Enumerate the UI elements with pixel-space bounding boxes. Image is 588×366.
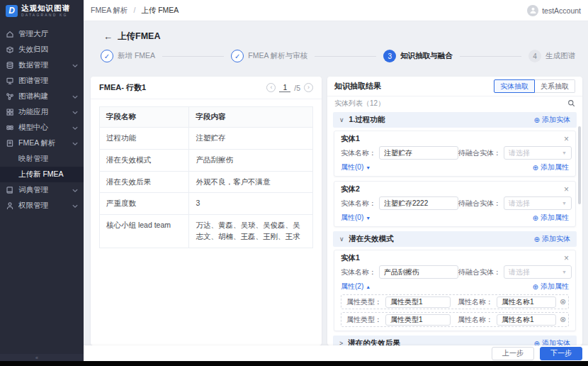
attr-name-input[interactable] bbox=[497, 296, 556, 308]
app-logo[interactable]: D 达观知识图谱 DATAGRAND KG bbox=[0, 0, 84, 21]
next-step-button[interactable]: 下一步 bbox=[540, 347, 582, 360]
table-row: 过程功能 注塑贮存 bbox=[100, 128, 313, 150]
prev-step-button[interactable]: 上一步 bbox=[492, 347, 534, 360]
chevron-down-icon: ∨ bbox=[339, 235, 344, 243]
sidebar-item-upload-new-fmea[interactable]: 上传新 FMEA bbox=[0, 167, 84, 182]
wizard-stepper: ✓ 新增 FMEA ✓ FMEA 解析与审核 3 知识抽取与融合 4 生成图谱 bbox=[84, 43, 588, 62]
entity-name-input[interactable] bbox=[379, 265, 458, 279]
step-connector bbox=[162, 56, 224, 57]
wizard-footer: 上一步 下一步 bbox=[84, 345, 588, 361]
merge-entity-select[interactable]: 请选择 ▼ bbox=[504, 146, 572, 160]
collapse-icon: « bbox=[35, 355, 38, 360]
sidebar-item-dict-management[interactable]: 词典管理 bbox=[0, 182, 84, 198]
sidebar-collapse-button[interactable]: « bbox=[0, 354, 84, 361]
close-icon[interactable]: × bbox=[564, 255, 569, 262]
section-failure-effect[interactable]: > 潜在的失效后果 ⊕ 添加实体 bbox=[333, 336, 577, 345]
model-icon bbox=[6, 123, 14, 132]
attr-name-input[interactable] bbox=[497, 314, 556, 326]
sidebar-item-graph-management[interactable]: 图谱管理 bbox=[0, 73, 84, 89]
entity-list-count: 实体列表（12） bbox=[334, 99, 385, 109]
back-arrow-icon[interactable]: ← bbox=[103, 31, 113, 42]
graph-icon bbox=[6, 92, 14, 101]
step-4-number: 4 bbox=[528, 50, 541, 62]
add-entity-button[interactable]: ⊕ 添加实体 bbox=[534, 234, 570, 244]
table-row: 严重度数 3 bbox=[100, 193, 313, 215]
step-2-check-icon: ✓ bbox=[231, 50, 244, 62]
chevron-down-icon bbox=[72, 108, 78, 116]
tab-entity-extraction[interactable]: 实体抽取 bbox=[494, 79, 535, 93]
step-1: ✓ 新增 FMEA bbox=[101, 50, 155, 62]
attr-type-input[interactable] bbox=[385, 296, 451, 308]
home-icon bbox=[6, 30, 14, 38]
add-attribute-button[interactable]: ⊕ 添加属性 bbox=[533, 213, 569, 223]
remove-attribute-icon[interactable]: ⊗ bbox=[560, 297, 566, 306]
attr-type-input[interactable] bbox=[385, 314, 451, 326]
sidebar-item-permission-management[interactable]: 权限管理 bbox=[0, 198, 84, 214]
tab-relation-extraction[interactable]: 关系抽取 bbox=[535, 79, 575, 93]
chevron-right-icon: > bbox=[339, 340, 343, 345]
database-icon bbox=[6, 61, 14, 70]
bottom-bar bbox=[0, 361, 588, 366]
entity-name-input[interactable] bbox=[379, 196, 458, 210]
plus-circle-icon: ⊕ bbox=[534, 340, 540, 346]
user-menu[interactable]: testAccount bbox=[527, 5, 581, 16]
extraction-mode-toggle: 实体抽取 关系抽取 bbox=[494, 79, 575, 93]
step-1-label: 新增 FMEA bbox=[118, 51, 155, 61]
search-icon[interactable] bbox=[567, 99, 575, 109]
table-row: 潜在失效后果 外观不良，客户不满意 bbox=[100, 171, 313, 193]
table-row: 核心小组 lead team 万达、黄磊、吴琰、吴俊磊、吴志文、胡楠、王磊、王刚… bbox=[100, 215, 313, 248]
sidebar-item-graph-build[interactable]: 图谱构建 bbox=[0, 89, 84, 104]
merge-entity-select[interactable]: 请选择 ▼ bbox=[504, 265, 572, 279]
attr-count-toggle[interactable]: 属性(0) ▼ bbox=[341, 213, 371, 223]
step-connector bbox=[315, 56, 376, 57]
add-entity-button[interactable]: ⊕ 添加实体 bbox=[534, 338, 570, 345]
attr-count-toggle[interactable]: 属性(2) ▲ bbox=[341, 282, 371, 292]
add-attribute-button[interactable]: ⊕ 添加属性 bbox=[533, 162, 569, 172]
remove-attribute-icon[interactable]: ⊗ bbox=[560, 315, 566, 324]
add-entity-button[interactable]: ⊕ 添加实体 bbox=[534, 115, 570, 125]
entity-card-title: 实体1 bbox=[341, 253, 360, 263]
merge-entity-select[interactable]: 请选择 ▼ bbox=[504, 196, 572, 210]
entity-name-input[interactable] bbox=[379, 146, 458, 160]
table-row: 潜在失效模式 产品刮擦伤 bbox=[100, 149, 313, 171]
scrollbar[interactable] bbox=[578, 126, 581, 204]
column-header: 字段名称 bbox=[100, 107, 189, 128]
step-3: 3 知识抽取与融合 bbox=[383, 50, 453, 62]
chevron-down-icon bbox=[72, 186, 78, 194]
plus-circle-icon: ⊕ bbox=[534, 116, 540, 124]
add-attribute-button[interactable]: ⊕ 添加属性 bbox=[533, 282, 569, 292]
close-icon[interactable]: × bbox=[564, 135, 569, 143]
box-icon bbox=[6, 45, 14, 54]
book-icon bbox=[6, 186, 14, 194]
sidebar-item-fmea-parse[interactable]: FMEA 解析 bbox=[0, 135, 84, 151]
monitor-icon bbox=[6, 77, 14, 85]
pager-prev-icon[interactable]: ‹ bbox=[266, 83, 276, 92]
chevron-down-icon: ▼ bbox=[562, 201, 567, 206]
step-2-label: FMEA 解析与审核 bbox=[248, 51, 307, 61]
sidebar: D 达观知识图谱 DATAGRAND KG 管理大厅 失效归因 数据管理 图谱管… bbox=[0, 0, 84, 361]
entity-card: 实体2 × 实体名称： 待融合实体： 请选择 ▼ bbox=[334, 181, 576, 227]
step-3-number: 3 bbox=[383, 50, 396, 62]
close-icon[interactable]: × bbox=[564, 186, 569, 193]
brand-title: 达观知识图谱 bbox=[21, 4, 70, 13]
sidebar-item-hall[interactable]: 管理大厅 bbox=[0, 26, 84, 42]
entity-card-title: 实体1 bbox=[341, 134, 360, 144]
sidebar-item-data-management[interactable]: 数据管理 bbox=[0, 57, 84, 73]
section-process-function[interactable]: ∨ 1.过程功能 ⊕ 添加实体 bbox=[333, 112, 577, 128]
step-connector bbox=[460, 56, 521, 57]
pager-current-page[interactable]: 1 bbox=[279, 83, 290, 92]
sidebar-item-function-app[interactable]: 功能应用 bbox=[0, 104, 84, 120]
table-header-row: 字段名称 字段内容 bbox=[100, 107, 313, 128]
section-failure-mode[interactable]: ∨ 潜在失效模式 ⊕ 添加实体 bbox=[333, 231, 577, 247]
sidebar-item-mapping-management[interactable]: 映射管理 bbox=[0, 151, 84, 167]
fields-table: 字段名称 字段内容 过程功能 注塑贮存 潜在失效模式 产品刮擦伤 潜在失效后果 … bbox=[99, 106, 313, 248]
breadcrumb-parent[interactable]: FMEA 解析 bbox=[91, 6, 128, 14]
breadcrumb-current: 上传 FMEA bbox=[141, 6, 179, 14]
entity-scroll-area[interactable]: ∨ 1.过程功能 ⊕ 添加实体 实体1 × 实体名称： bbox=[327, 111, 582, 345]
attr-count-toggle[interactable]: 属性(0) ▼ bbox=[341, 162, 371, 172]
extraction-result-panel: 知识抽取结果 实体抽取 关系抽取 实体列表（12） ∨ 1.过程功能 bbox=[327, 77, 582, 345]
sidebar-item-model-center[interactable]: 模型中心 bbox=[0, 120, 84, 135]
entity-list-header: 实体列表（12） bbox=[327, 96, 582, 111]
sidebar-item-failure-attribution[interactable]: 失效归因 bbox=[0, 42, 84, 57]
pager-next-icon[interactable]: › bbox=[304, 83, 313, 92]
